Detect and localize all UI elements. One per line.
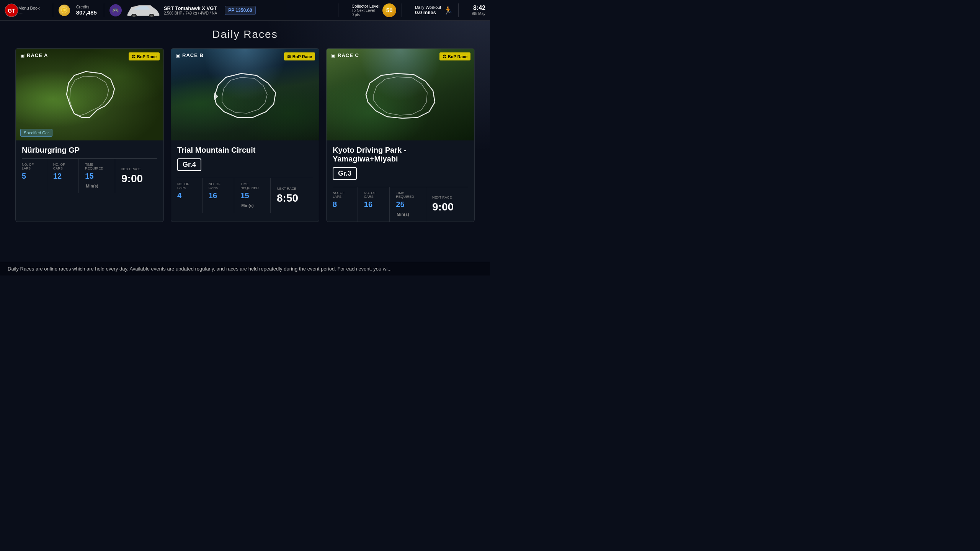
race-a-body: Nürburgring GP No. of Laps 5 No. of Cars… — [16, 140, 163, 193]
race-c-stats-left: No. of Laps 8 No. of Cars 16 Time Requir… — [333, 187, 426, 222]
next-race-label-b: Next Race — [277, 187, 307, 191]
race-a-label: ▣ RACE A — [20, 52, 48, 58]
clock-date: 9th May — [472, 11, 485, 16]
race-a-bop-text: BoP Race — [137, 54, 157, 59]
race-c-label: ▣ RACE C — [331, 52, 359, 58]
car-silhouette — [126, 3, 160, 17]
gt-logo: GT — [5, 3, 18, 17]
race-b-stats-left: No. of Laps 4 No. of Cars 16 Time Requir… — [177, 178, 271, 213]
races-container: ▣ RACE A ⚖ BoP Race Specified Car Nürbur… — [15, 48, 475, 222]
race-b-label: ▣ RACE B — [176, 52, 204, 58]
collector-badge: 50 — [382, 3, 396, 17]
specified-car-text: Specified Car — [24, 130, 49, 135]
race-b-body: Trial Mountain Circuit Gr.4 No. of Laps … — [171, 140, 319, 213]
race-c-track — [358, 68, 443, 121]
race-a-icon: ▣ — [20, 53, 24, 58]
race-a-time: Time Required 15 Min(s) — [79, 159, 115, 193]
race-c-track-name: Kyoto Driving Park - Yamagiwa+Miyabi — [333, 146, 468, 163]
race-b-bop-text: BoP Race — [292, 54, 312, 59]
laps-label-c: No. of Laps — [333, 191, 351, 199]
bop-scale-icon: ⚖ — [132, 54, 136, 59]
race-b-stats: No. of Laps 4 No. of Cars 16 Time Requir… — [177, 178, 313, 213]
race-card-b[interactable]: ▣ RACE B ⚖ BoP Race Trial Mountain Circu… — [171, 48, 319, 222]
race-c-time: Time Required 25 Min(s) — [390, 187, 426, 222]
race-b-image: ▣ RACE B ⚖ BoP Race — [171, 49, 319, 140]
race-card-c[interactable]: ▣ RACE C ⚖ BoP Race Kyoto Driving Park -… — [326, 48, 475, 222]
race-b-icon: ▣ — [176, 53, 180, 58]
laps-value-c: 8 — [333, 200, 351, 209]
race-a-track — [51, 64, 128, 125]
time-value-b: 15 Min(s) — [240, 191, 264, 209]
svg-point-6 — [150, 15, 153, 17]
race-a-image: ▣ RACE A ⚖ BoP Race Specified Car — [16, 49, 163, 140]
credits-label: Credits — [76, 5, 90, 9]
nav-divider-1 — [53, 3, 53, 17]
time-section: 8:42 9th May — [472, 5, 485, 16]
laps-label-b: No. of Laps — [177, 182, 196, 190]
race-b-next: Next Race 8:50 — [271, 178, 313, 213]
time-label: Time Required — [85, 163, 109, 170]
car-name: SRT Tomahawk X VGT — [164, 5, 217, 11]
race-c-label-text: RACE C — [338, 52, 359, 58]
online-icon: 🎮 — [109, 4, 122, 16]
race-b-background — [171, 49, 319, 140]
page-title: Daily Races — [15, 28, 475, 41]
laps-value: 5 — [22, 172, 41, 181]
race-c-bop-text: BoP Race — [448, 54, 467, 59]
race-b-time: Time Required 15 Min(s) — [234, 178, 271, 213]
time-label-b: Time Required — [240, 182, 264, 190]
bottom-text: Daily Races are online races which are h… — [8, 266, 392, 272]
race-a-stats-left: No. of Laps 5 No. of Cars 12 Time Requir… — [22, 159, 115, 193]
race-a-track-name: Nürburgring GP — [22, 146, 157, 155]
car-info: SRT Tomahawk X VGT 2,566 BHP / 749 kg / … — [164, 5, 217, 15]
pp-box: PP 1350.60 — [225, 6, 256, 15]
race-b-laps: No. of Laps 4 — [177, 178, 203, 213]
daily-workout-section: Daily Workout 0.0 miles 🏃 — [415, 5, 453, 15]
race-b-bop-badge: ⚖ BoP Race — [284, 52, 315, 60]
race-c-stats: No. of Laps 8 No. of Cars 16 Time Requir… — [333, 187, 468, 222]
cars-label: No. of Cars — [53, 163, 73, 170]
clock-time: 8:42 — [473, 5, 485, 11]
collector-number: 50 — [386, 7, 393, 13]
cars-label-b: No. of Cars — [209, 182, 228, 190]
collector-info: Collector Level To Next Level 0 pts — [351, 4, 379, 17]
race-c-icon: ▣ — [331, 53, 335, 58]
time-label-c: Time Required — [396, 191, 420, 199]
pp-label: PP — [228, 8, 234, 13]
workout-label: Daily Workout — [415, 5, 441, 10]
collector-to-next: To Next Level — [351, 8, 379, 13]
race-c-next: Next Race 9:00 — [426, 187, 468, 222]
time-value: 15 Min(s) — [85, 172, 109, 189]
race-a-laps: No. of Laps 5 — [22, 159, 47, 193]
credits-section: Credits 807,485 — [76, 5, 97, 16]
specified-car-badge: Specified Car — [20, 129, 52, 137]
race-c-body: Kyoto Driving Park - Yamagiwa+Miyabi Gr.… — [327, 140, 474, 222]
credits-value: 807,485 — [76, 9, 97, 16]
workout-info: Daily Workout 0.0 miles — [415, 5, 441, 15]
bop-scale-icon-b: ⚖ — [287, 54, 291, 59]
race-b-gr-badge: Gr.4 — [177, 158, 201, 171]
credits-coin-icon: 🪙 — [59, 5, 70, 16]
race-card-a[interactable]: ▣ RACE A ⚖ BoP Race Specified Car Nürbur… — [15, 48, 164, 222]
race-b-track — [203, 66, 287, 123]
race-c-cars: No. of Cars 16 — [358, 187, 390, 222]
next-race-time: 9:00 — [121, 173, 151, 185]
nav-divider-4 — [402, 3, 402, 17]
collector-level-label: Collector Level — [351, 4, 379, 8]
race-c-gr-badge: Gr.3 — [333, 167, 357, 180]
next-race-label: Next Race — [121, 167, 151, 171]
race-a-bop-badge: ⚖ BoP Race — [129, 52, 160, 60]
menu-book-section: Menu Book --- — [18, 6, 40, 15]
main-content: Daily Races ▣ RACE A ⚖ BoP Race — [0, 21, 490, 230]
collector-pts: 0 pts — [351, 13, 379, 17]
race-a-background — [16, 49, 163, 140]
race-a-label-text: RACE A — [27, 52, 48, 58]
race-c-bop-badge: ⚖ BoP Race — [439, 52, 470, 60]
car-section: 🎮 SRT Tomahawk X VGT 2,566 BHP / 749 kg … — [109, 3, 333, 17]
svg-marker-8 — [214, 93, 218, 100]
menu-book-value: --- — [18, 10, 40, 15]
cars-label-c: No. of Cars — [364, 191, 384, 199]
cars-value: 12 — [53, 172, 73, 181]
next-race-time-b: 8:50 — [277, 192, 307, 204]
pp-value: 1350.60 — [235, 8, 252, 13]
